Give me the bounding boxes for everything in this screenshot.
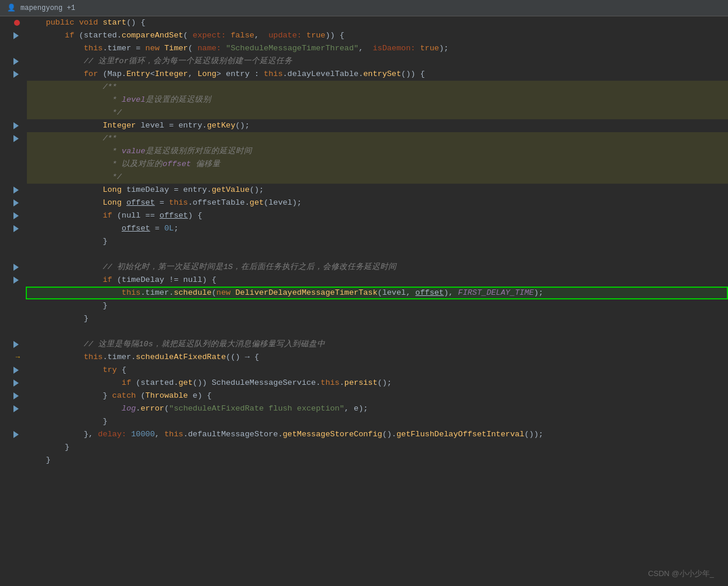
code-line: // 初始化时，第一次延迟时间是1S，在后面任务执行之后，会修改任务延迟时间: [27, 261, 728, 274]
code-line: }: [27, 441, 728, 454]
gutter-row: [0, 171, 22, 184]
code-line: * 以及对应的offset 偏移量: [27, 158, 728, 171]
header-user: mapengyong +1: [20, 4, 75, 12]
gutter-row: [0, 312, 22, 325]
gutter-row: [0, 287, 22, 299]
gutter-row: [0, 132, 22, 145]
code-line: }: [27, 235, 728, 248]
gutter-row: [0, 364, 22, 377]
gutter-row: [0, 235, 22, 248]
code-line: }: [27, 312, 728, 325]
code-line: * value是延迟级别所对应的延迟时间: [27, 145, 728, 158]
header-bar: 👤 mapengyong +1: [0, 0, 728, 16]
gutter-row: →: [0, 351, 22, 364]
code-line: */: [27, 106, 728, 119]
gutter-row: [0, 197, 22, 209]
code-line: log.error("scheduleAtFixedRate flush exc…: [27, 402, 728, 415]
code-line: public void start() {: [27, 16, 728, 29]
code-line: offset = 0L;: [27, 222, 728, 235]
gutter-row: [0, 29, 22, 42]
code-line: } catch (Throwable e) {: [27, 389, 728, 402]
gutter-row: [0, 222, 22, 235]
code-line: * level是设置的延迟级别: [27, 94, 728, 106]
code-line: }, delay: 10000, this.defaultMessageStor…: [27, 428, 728, 441]
code-container: 👤 mapengyong +1 → public void start() { …: [0, 0, 728, 586]
code-line: try {: [27, 364, 728, 377]
code-line: if (null == offset) {: [27, 209, 728, 222]
gutter-row: [0, 299, 22, 312]
code-line: this.timer.scheduleAtFixedRate(() → {: [27, 351, 728, 364]
code-line: }: [27, 299, 728, 312]
gutter-row: [0, 184, 22, 197]
code-line: }: [27, 454, 728, 467]
gutter-row: [0, 441, 22, 454]
code-line: }: [27, 415, 728, 428]
code-line: this.timer = new Timer( name: "ScheduleM…: [27, 42, 728, 55]
gutter-row: [0, 145, 22, 158]
gutter-row: [0, 428, 22, 441]
code-line: Long offset = this.offsetTable.get(level…: [27, 197, 728, 209]
gutter-row: [0, 454, 22, 467]
gutter-row: [0, 261, 22, 274]
code-line: */: [27, 171, 728, 184]
code-line: [27, 248, 728, 261]
code-line: /**: [27, 81, 728, 94]
gutter: →: [0, 16, 22, 467]
code-line: this.timer.schedule(new DeliverDelayedMe…: [26, 287, 728, 299]
code-line: Long timeDelay = entry.getValue();: [27, 184, 728, 197]
gutter-row: [0, 415, 22, 428]
gutter-row: [0, 248, 22, 261]
gutter-row: [0, 68, 22, 81]
code-line: // 这里是每隔10s，就把延迟队列的最大消息偏移量写入到磁盘中: [27, 338, 728, 351]
code-line: if (timeDelay != null) {: [27, 274, 728, 287]
csdn-watermark: CSDN @小小少年_: [648, 568, 714, 579]
gutter-row: [0, 16, 22, 29]
code-line: // 这里for循环，会为每一个延迟级别创建一个延迟任务: [27, 55, 728, 68]
gutter-row: [0, 94, 22, 106]
gutter-row: [0, 158, 22, 171]
gutter-row: [0, 119, 22, 132]
gutter-row: [0, 42, 22, 55]
gutter-row: [0, 325, 22, 338]
code-line: if (started.compareAndSet( expect: false…: [27, 29, 728, 42]
code-line: /**: [27, 132, 728, 145]
code-line: if (started.get()) ScheduleMessageServic…: [27, 377, 728, 389]
gutter-row: [0, 81, 22, 94]
code-area: → public void start() { if (started.comp…: [0, 16, 728, 467]
user-icon: 👤: [7, 4, 16, 12]
code-lines: public void start() { if (started.compar…: [22, 16, 728, 467]
gutter-row: [0, 55, 22, 68]
code-line: [27, 325, 728, 338]
gutter-row: [0, 338, 22, 351]
gutter-row: [0, 389, 22, 402]
gutter-row: [0, 402, 22, 415]
gutter-row: [0, 377, 22, 389]
gutter-row: [0, 106, 22, 119]
gutter-row: [0, 209, 22, 222]
code-line: for (Map.Entry<Integer, Long> entry : th…: [27, 68, 728, 81]
code-line: Integer level = entry.getKey();: [27, 119, 728, 132]
gutter-row: [0, 274, 22, 287]
